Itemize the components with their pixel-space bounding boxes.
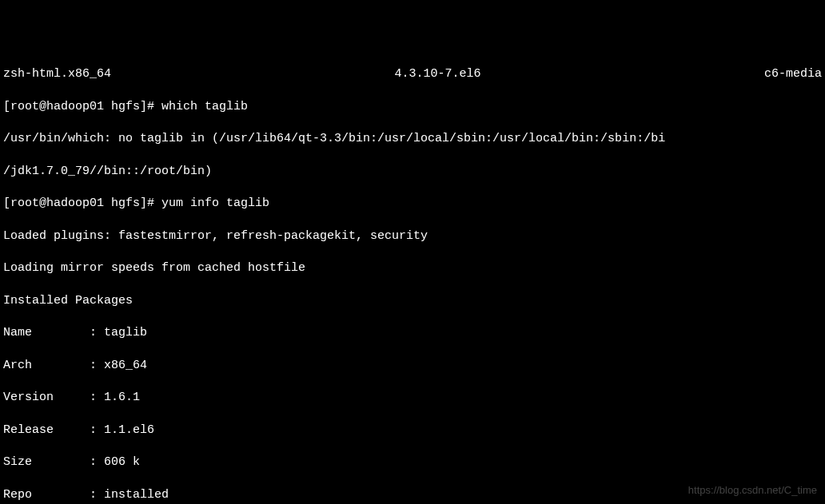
which-output-line1: /usr/bin/which: no taglib in (/usr/lib64… (3, 131, 822, 147)
header-center: 4.3.10-7.el6 (394, 66, 480, 82)
package-header-line: zsh-html.x86_64 4.3.10-7.el6 c6-media (3, 66, 822, 82)
header-right: c6-media (764, 66, 822, 82)
prompt-line-2[interactable]: [root@hadoop01 hgfs]# yum info taglib (3, 196, 822, 212)
loaded-plugins: Loaded plugins: fastestmirror, refresh-p… (3, 228, 822, 244)
pkg-name: Name : taglib (3, 325, 822, 341)
pkg-release: Release : 1.1.el6 (3, 423, 822, 439)
loading-mirror: Loading mirror speeds from cached hostfi… (3, 260, 822, 276)
prompt-prefix: [root@hadoop01 hgfs]# (3, 196, 161, 210)
which-output-line2: /jdk1.7.0_79//bin::/root/bin) (3, 164, 822, 180)
prompt-command: which taglib (161, 100, 248, 113)
watermark: https://blog.csdn.net/C_time (688, 483, 817, 498)
pkg-arch: Arch : x86_64 (3, 358, 822, 374)
pkg-size: Size : 606 k (3, 454, 822, 470)
prompt-command: yum info taglib (161, 196, 269, 210)
installed-packages-header: Installed Packages (3, 293, 822, 309)
prompt-prefix: [root@hadoop01 hgfs]# (3, 100, 161, 113)
header-left: zsh-html.x86_64 (3, 66, 111, 82)
pkg-version: Version : 1.6.1 (3, 390, 822, 406)
prompt-line-1[interactable]: [root@hadoop01 hgfs]# which taglib (3, 99, 822, 115)
